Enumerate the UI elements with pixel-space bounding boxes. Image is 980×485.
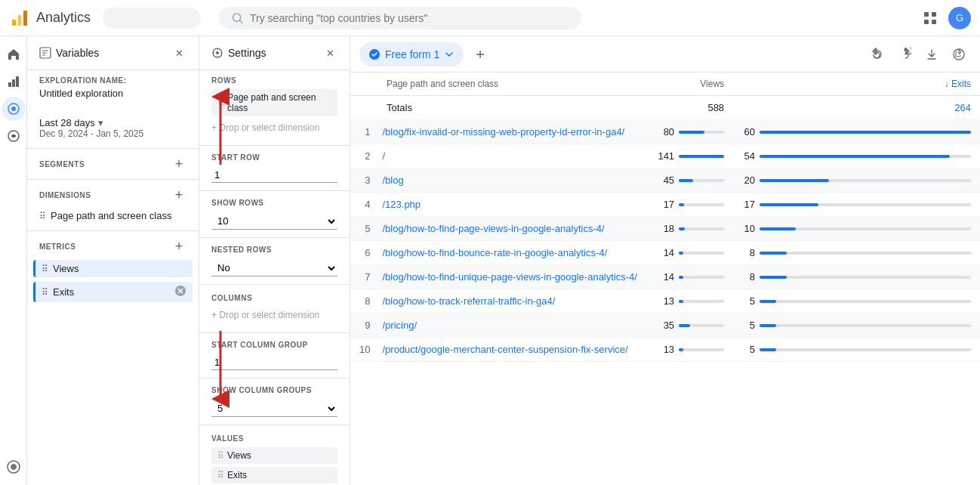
add-dimension-button[interactable]: + [171,187,186,202]
row-exits: 8 [733,241,980,265]
columns-label: COLUMNS [211,294,337,302]
totals-label: Totals [350,96,649,120]
row-path[interactable]: /pricing/ [373,314,648,338]
row-number: 5 [350,217,373,241]
topbar-actions: G [918,6,971,30]
row-exits: 54 [733,144,980,168]
redo-button[interactable] [892,42,917,66]
settings-icon [211,47,223,59]
row-path[interactable]: /blog/how-to-find-page-views-in-google-a… [373,217,648,241]
add-metric-button[interactable]: + [171,239,186,254]
values-section: VALUES ⠿ Views ⠿ Exits [199,428,350,485]
value-exits-label: Exits [227,470,247,480]
rows-section: ROWS ⠿ Page path and screen class + Drop… [199,70,350,142]
metric-views-label: Views [53,263,79,274]
table-row: 1 /blog/fix-invalid-or-missing-web-prope… [350,120,980,144]
settings-close-button[interactable]: ✕ [322,45,337,60]
col-header-exits[interactable]: ↓ Exits [733,73,980,96]
date-range[interactable]: Last 28 days ▾ [39,117,186,128]
account-selector[interactable] [103,8,201,29]
nav-explore[interactable] [2,97,26,121]
svg-point-24 [216,51,219,54]
analytics-logo-icon [9,8,30,29]
dimension-item: ⠿ Page path and screen class [27,207,199,224]
row-path[interactable]: /blog/how-to-find-bounce-rate-in-google-… [373,241,648,265]
row-drag-icon: ⠿ [217,97,224,108]
row-exits: 5 [733,314,980,338]
row-path[interactable]: /product/google-merchant-center-suspensi… [373,338,648,362]
add-tab-button[interactable] [470,44,491,65]
metric-exits-remove-button[interactable] [174,285,186,299]
totals-views: 588 [649,96,734,120]
totals-exits-value: 264 [954,102,971,113]
row-views: 13 [649,338,734,362]
row-views: 80 [649,120,734,144]
dimension-drag-icon: ⠿ [39,211,46,221]
settings-panel: Settings ✕ ROWS ⠿ Page path and screen c… [199,36,350,485]
add-segment-button[interactable]: + [171,156,186,171]
svg-point-13 [11,107,16,111]
row-number: 3 [350,168,373,193]
row-exits: 10 [733,217,980,241]
logo-area: Analytics [9,8,91,29]
value-exits-drag-icon: ⠿ [217,470,224,480]
values-label: VALUES [211,434,337,443]
start-col-input[interactable] [211,355,337,370]
user-avatar[interactable]: G [948,7,971,29]
row-path[interactable]: /blog [373,168,648,193]
row-views: 14 [649,241,734,265]
metrics-label: METRICS [39,242,76,251]
columns-section: COLUMNS + Drop or select dimension [199,288,350,329]
show-col-select[interactable]: 5 10 15 [211,400,337,417]
drop-select-cols-label: + Drop or select dimension [211,310,319,320]
metric-exits-drag-icon: ⠿ [42,287,48,298]
metrics-section-header: METRICS + [27,234,199,258]
nav-reports[interactable] [2,70,26,94]
drop-select-cols-button[interactable]: + Drop or select dimension [211,307,337,323]
search-input[interactable] [250,12,569,24]
nested-rows-label: NESTED ROWS [211,246,337,254]
segments-label: SEGMENTS [39,160,85,168]
row-path[interactable]: /123.php [373,193,648,217]
row-path[interactable]: /blog/fix-invalid-or-missing-web-propert… [373,120,648,144]
variables-close-button[interactable]: ✕ [171,45,186,60]
row-path[interactable]: /blog/how-to-find-unique-page-views-in-g… [373,265,648,289]
download-button[interactable] [920,42,944,66]
row-path[interactable]: / [373,144,648,168]
data-table: Page path and screen class Views ↓ Exits… [350,73,980,362]
exploration-name-label: EXPLORATION NAME: [39,76,186,85]
dimensions-label: DIMENSIONS [39,191,91,199]
start-row-label: START ROW [211,153,337,162]
nav-advertising[interactable] [2,124,26,148]
settings-header: Settings ✕ [199,36,350,70]
tab-dropdown-icon[interactable] [444,49,455,60]
row-path[interactable]: /blog/how-to-track-referral-traffic-in-g… [373,289,648,314]
table-row: 8 /blog/how-to-track-referral-traffic-in… [350,289,980,314]
row-number: 6 [350,241,373,265]
variables-title: Variables [39,47,99,59]
row-views: 17 [649,193,734,217]
tab-free-form-1[interactable]: Free form 1 [359,42,464,66]
share-button[interactable] [947,42,971,66]
table-row: 7 /blog/how-to-find-unique-page-views-in… [350,265,980,289]
nested-rows-section: NESTED ROWS No Yes [199,241,350,281]
row-exits: 5 [733,338,980,362]
nav-home[interactable] [2,42,26,66]
svg-rect-5 [924,12,929,17]
row-number: 1 [350,120,373,144]
show-rows-select[interactable]: 10 25 50 100 [211,213,337,230]
search-bar[interactable] [219,7,581,29]
nested-rows-select[interactable]: No Yes [211,260,337,276]
svg-rect-0 [12,20,16,26]
col-header-views[interactable]: Views [649,73,734,96]
nav-settings[interactable] [2,455,26,479]
undo-button[interactable] [865,42,889,66]
start-row-input[interactable] [211,168,337,183]
value-exits-item: ⠿ Exits [211,467,337,483]
apps-grid-icon[interactable] [918,6,942,30]
rows-label: ROWS [211,76,337,85]
metric-exits-label: Exits [53,286,74,298]
start-col-section: START COLUMN GROUP [199,336,350,375]
table-row: 2 / 141 54 [350,144,980,168]
drop-select-rows-button[interactable]: + Drop or select dimension [211,119,337,136]
